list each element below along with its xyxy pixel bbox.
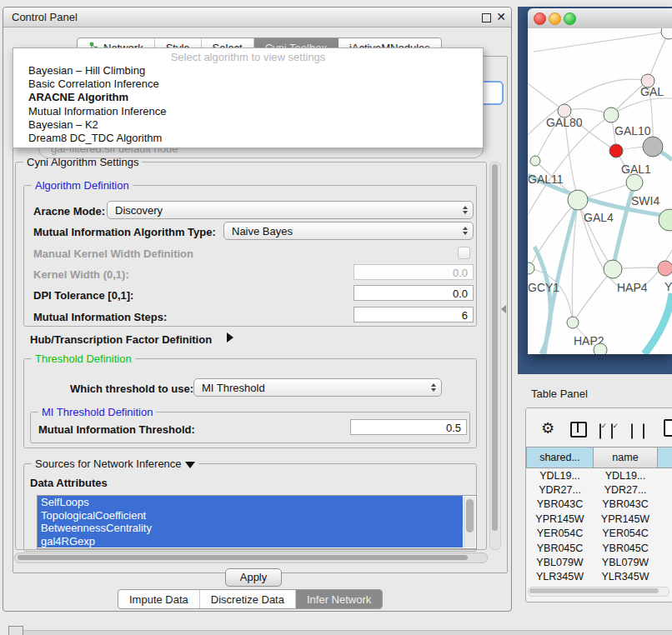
deselect-all-checkboxes-icon[interactable] <box>631 423 633 439</box>
hub-section-label[interactable]: Hub/Transcription Factor Definition <box>30 333 212 346</box>
table-cell[interactable]: YBR043C <box>594 498 658 512</box>
algorithm-option-dream8-dc-tdc-algorithm[interactable]: Dream8 DC_TDC Algorithm <box>13 132 483 145</box>
network-node[interactable] <box>661 28 672 39</box>
table-cell[interactable]: YLR345W <box>594 570 658 584</box>
table-cell[interactable]: YER054C <box>594 527 658 541</box>
network-node[interactable] <box>626 174 643 191</box>
control-panel-titlebar[interactable]: Control Panel ✕ <box>3 8 511 28</box>
manual-kernel-checkbox[interactable] <box>458 247 470 259</box>
table-horizontal-scrollbar[interactable] <box>528 587 669 597</box>
deselect-all-checkboxes-icon[interactable] <box>643 423 644 439</box>
network-edge[interactable] <box>648 32 669 81</box>
table-cell[interactable] <box>658 498 672 512</box>
table-row[interactable]: YDR27...YDR27...12 <box>527 482 672 497</box>
which-threshold-select[interactable]: MI Threshold <box>193 378 442 397</box>
network-node-gal10[interactable] <box>604 108 619 122</box>
network-node[interactable] <box>643 137 663 157</box>
table-row[interactable]: YBR045CYBR045C9. <box>527 541 672 555</box>
algorithm-dropdown-popup: Select algorithm to view settings Bayesi… <box>13 48 484 148</box>
table-cell[interactable]: YBR043C <box>527 498 594 512</box>
settings-vertical-scrollbar[interactable] <box>489 162 501 550</box>
bottom-left-widget[interactable] <box>8 626 23 635</box>
column-header-name[interactable]: name <box>594 448 658 468</box>
column-header-clipped[interactable] <box>658 448 672 468</box>
table-row[interactable]: YBR043CYBR043C <box>527 498 672 512</box>
dpi-tolerance-field[interactable]: 0.0 <box>354 285 474 301</box>
table-cell[interactable]: YBR045C <box>527 541 594 555</box>
document-icon[interactable] <box>664 419 672 437</box>
algorithm-option-bayesian-k2[interactable]: Bayesian – K2 <box>13 118 483 132</box>
attribute-item-topologicalcoefficient[interactable]: TopologicalCoefficient <box>38 509 463 522</box>
splitter-collapse-handle[interactable] <box>501 305 506 313</box>
table-cell[interactable]: YPR145W <box>594 512 658 526</box>
table-cell[interactable]: YDL19... <box>527 468 594 483</box>
select-all-checkboxes-icon[interactable] <box>599 423 601 439</box>
column-layout-icon[interactable] <box>570 422 587 438</box>
network-node-hap2[interactable] <box>567 317 579 328</box>
select-all-checkboxes-icon[interactable] <box>611 423 613 439</box>
network-node-swi4[interactable] <box>659 209 672 231</box>
table-cell[interactable]: 8. <box>658 527 672 541</box>
table-cell[interactable] <box>658 555 672 569</box>
bottom-tab-infer-network[interactable]: Infer Network <box>296 590 382 608</box>
attributes-list-scrollbar[interactable] <box>464 497 475 548</box>
zoom-traffic-light[interactable] <box>564 12 576 25</box>
attribute-item-betweennesscentrality[interactable]: BetweennessCentrality <box>38 522 463 535</box>
network-graph[interactable]: GALGAL80GAL10GAL1GAL11GAL4SWI4GCY1HAP4YH… <box>528 28 672 354</box>
table-row[interactable]: YLR345WYLR345W9. <box>527 570 672 584</box>
aracne-mode-select[interactable]: Discovery <box>107 201 474 219</box>
attribute-item-gal4rgexp[interactable]: gal4RGexp <box>38 535 463 548</box>
table-cell[interactable]: YER054C <box>527 527 594 541</box>
network-node-gcy1[interactable] <box>528 262 534 274</box>
mi-type-select[interactable]: Naive Bayes <box>223 222 474 240</box>
algorithm-option-bayesian-hill-climbing[interactable]: Bayesian – Hill Climbing <box>13 64 483 78</box>
table-cell[interactable]: YPR145W <box>527 512 594 526</box>
network-node-gal11[interactable] <box>530 156 540 166</box>
table-cell[interactable]: 13 <box>658 468 672 483</box>
table-cell[interactable]: 12 <box>658 482 672 497</box>
table-cell[interactable]: YLR345W <box>527 570 594 584</box>
table-cell[interactable]: YBL079W <box>594 555 658 569</box>
algorithm-option-aracne-algorithm[interactable]: ARACNE Algorithm <box>13 91 483 104</box>
attribute-item-selfloops[interactable]: SelfLoops <box>38 496 463 509</box>
table-cell[interactable]: 9. <box>658 541 672 555</box>
expand-arrow-icon[interactable] <box>227 332 233 342</box>
close-traffic-light[interactable] <box>534 12 546 25</box>
apply-button[interactable]: Apply <box>225 568 282 587</box>
network-window-titlebar[interactable] <box>528 8 672 29</box>
table-cell[interactable]: YDR27... <box>527 482 594 497</box>
float-window-icon[interactable] <box>482 13 491 22</box>
minimize-traffic-light[interactable] <box>549 12 561 25</box>
table-cell[interactable]: 9. <box>658 512 672 526</box>
settings-horizontal-scrollbar[interactable] <box>14 552 488 563</box>
kernel-width-field[interactable]: 0.0 <box>354 264 474 280</box>
network-edge[interactable] <box>534 32 669 52</box>
network-node[interactable] <box>594 343 607 354</box>
mi-steps-field[interactable]: 6 <box>354 307 474 322</box>
network-edge-thick[interactable] <box>644 293 672 354</box>
network-node-y[interactable] <box>658 261 672 276</box>
table-row[interactable]: YBL079WYBL079W <box>527 555 672 569</box>
network-edge[interactable] <box>573 269 613 322</box>
column-header-shared[interactable]: shared... <box>527 448 594 468</box>
network-node-gal1[interactable] <box>609 144 623 158</box>
settings-gear-icon[interactable]: ⚙ <box>541 421 554 436</box>
algorithm-option-basic-correlation-inference[interactable]: Basic Correlation Inference <box>13 78 483 91</box>
table-row[interactable]: YER054CYER054C8. <box>527 527 672 541</box>
table-cell[interactable]: YBR045C <box>594 541 658 555</box>
bottom-tab-impute-data[interactable]: Impute Data <box>118 590 200 608</box>
network-edge-thick[interactable] <box>534 247 550 354</box>
table-row[interactable]: YPR145WYPR145W9. <box>527 512 672 526</box>
table-cell[interactable]: 9. <box>658 570 672 584</box>
table-cell[interactable]: YDL19... <box>594 468 658 483</box>
network-node-gal4[interactable] <box>568 190 588 210</box>
bottom-tab-discretize-data[interactable]: Discretize Data <box>200 590 296 608</box>
network-node-hap4[interactable] <box>604 260 622 278</box>
sources-title[interactable]: Sources for Network Inference <box>32 458 198 470</box>
algorithm-option-mutual-information-inference[interactable]: Mutual Information Inference <box>13 105 483 118</box>
close-icon[interactable]: ✕ <box>496 10 506 23</box>
table-cell[interactable]: YBL079W <box>527 555 594 569</box>
table-row[interactable]: YDL19...YDL19...13 <box>527 468 672 483</box>
mi-threshold-field[interactable]: 0.5 <box>350 419 467 435</box>
table-cell[interactable]: YDR27... <box>594 482 658 497</box>
